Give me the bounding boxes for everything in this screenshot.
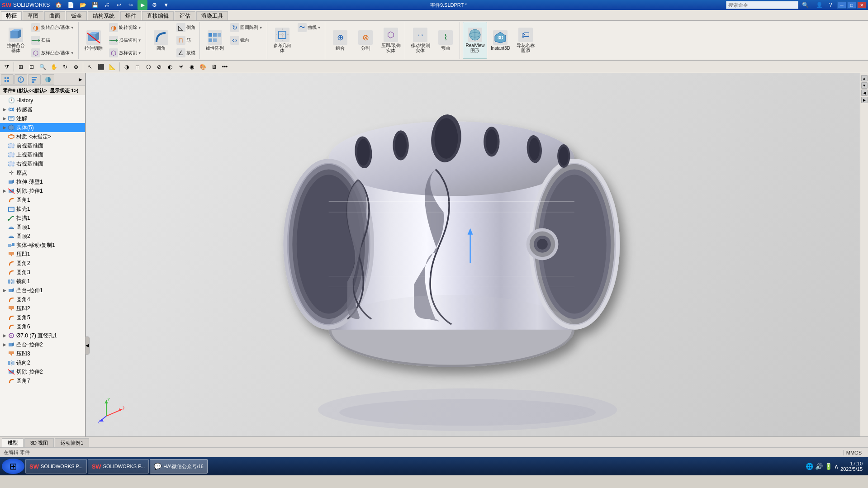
fillet-btn[interactable]: 圆角 xyxy=(149,22,173,59)
sweep1-item[interactable]: 扫描1 xyxy=(0,213,85,223)
ref-geometry-btn[interactable]: 参考几何体 xyxy=(270,22,294,59)
view-orient-btn[interactable]: ⊞ xyxy=(16,62,26,72)
tab-direct-edit[interactable]: 直接编辑 xyxy=(142,11,174,20)
move-copy-btn[interactable]: ↔ 移动/复制实体 xyxy=(408,22,432,59)
right-btn-1[interactable]: ▲ xyxy=(861,75,868,81)
display-manager-tab[interactable] xyxy=(42,74,54,85)
shell1-item[interactable]: 抽壳1 xyxy=(0,204,85,213)
cut-extrude2-item[interactable]: 切除-拉伸2 xyxy=(0,367,85,376)
start-button[interactable]: ⊞ xyxy=(2,459,24,474)
sweep-cut-btn[interactable]: ⟿ 扫描切割 ▼ xyxy=(107,34,144,46)
minimize-btn[interactable]: ─ xyxy=(837,1,846,9)
undo-btn[interactable]: ↩ xyxy=(114,0,124,10)
extrude-cut-btn[interactable]: 拉伸切除 xyxy=(81,22,106,59)
tab-sketch[interactable]: 草图 xyxy=(23,11,43,20)
indent1-item[interactable]: 压凹1 xyxy=(0,250,85,259)
mirror-btn[interactable]: ⇔ 镜向 xyxy=(228,34,265,46)
revolve-boss-btn[interactable]: ◑ 旋转凸台/基体 ▼ xyxy=(29,22,76,33)
taskbar-btn-sw1[interactable]: SW SOLIDWORKS P... xyxy=(25,459,87,474)
search-input[interactable] xyxy=(726,1,798,9)
redo-btn[interactable]: ↪ xyxy=(126,0,136,10)
help-btn[interactable]: ? xyxy=(825,0,835,10)
split-btn[interactable]: ⊗ 分割 xyxy=(353,22,378,59)
right-btn-4[interactable]: ▶ xyxy=(861,97,868,103)
indent-btn[interactable]: ⬡ 压凹/装饰实体 xyxy=(379,22,403,59)
instant3d-btn[interactable]: 3D Instant3D xyxy=(488,22,512,59)
loft-cut-btn[interactable]: ⬡ 放样切割 ▼ xyxy=(107,47,144,59)
settings-btn[interactable]: ⚙ xyxy=(149,0,159,10)
appearance-btn[interactable]: 🎨 xyxy=(198,62,208,72)
tab-surface[interactable]: 曲面 xyxy=(44,11,65,20)
maximize-btn[interactable]: □ xyxy=(847,1,856,9)
search-btn[interactable]: 🔍 xyxy=(800,0,811,10)
view-settings-btn[interactable]: 🖥 xyxy=(209,62,219,72)
new-btn[interactable]: 📄 xyxy=(66,0,76,10)
fillet5-item[interactable]: 圆角5 xyxy=(0,313,85,322)
extrude-thin1-item[interactable]: 拉伸-薄壁1 xyxy=(0,177,85,186)
flex-btn[interactable]: ⌇ 弯曲 xyxy=(433,22,458,59)
measure-btn[interactable]: 📐 xyxy=(107,62,118,72)
select-btn[interactable]: ↖ xyxy=(85,62,95,72)
print-btn[interactable]: 🖨 xyxy=(102,0,112,10)
right-plane-item[interactable]: 右视基准面 xyxy=(0,159,85,168)
loft-boss-btn[interactable]: ⬡ 放样凸台/基体 ▼ xyxy=(29,47,76,59)
display-style2-btn[interactable]: ◻ xyxy=(133,62,142,72)
open-btn[interactable]: 📂 xyxy=(78,0,88,10)
select-filter-btn[interactable]: ⬛ xyxy=(96,62,106,72)
combine-btn[interactable]: ⊕ 组合 xyxy=(328,22,352,59)
chamfer-btn[interactable]: ◺ 倒角 xyxy=(174,22,198,33)
zoom-in-btn[interactable]: ⊕ xyxy=(71,62,81,72)
tray-volume[interactable]: 🔊 xyxy=(815,463,823,470)
rotate-btn[interactable]: ↻ xyxy=(60,62,70,72)
move-copy1-item[interactable]: 实体-移动/复制1 xyxy=(0,241,85,250)
panel-collapse-handle[interactable]: ◀ xyxy=(85,336,90,355)
rib-btn[interactable]: ⊓ 筋 xyxy=(174,34,198,46)
play-btn[interactable]: ▶ xyxy=(138,0,147,10)
solid-bodies-item[interactable]: ▶ 实体(5) xyxy=(0,123,85,132)
dome2-item[interactable]: 圆顶2 xyxy=(0,232,85,241)
model-tab[interactable]: 模型 xyxy=(2,438,24,447)
dome1-item[interactable]: 圆顶1 xyxy=(0,223,85,232)
boss-extrude3-item[interactable]: ▶ 凸台-拉伸2 xyxy=(0,340,85,349)
fillet4-item[interactable]: 圆角4 xyxy=(0,295,85,304)
lights-btn[interactable]: ☀ xyxy=(176,62,186,72)
tab-features[interactable]: 特征 xyxy=(1,11,22,20)
cut-extrude1-item[interactable]: ▶ 切除-拉伸1 xyxy=(0,186,85,195)
filter-btn[interactable]: ⧩ xyxy=(2,62,12,72)
more-btn[interactable]: ••• xyxy=(220,62,230,72)
annotations-item[interactable]: ▶ 注解 xyxy=(0,114,85,123)
tab-evaluate[interactable]: 评估 xyxy=(175,11,195,20)
property-manager-tab[interactable] xyxy=(14,74,27,85)
annotation-btn[interactable]: 🏷 导花名称题添 xyxy=(513,22,538,59)
pan-btn[interactable]: ✋ xyxy=(49,62,59,72)
feature-manager-tab[interactable] xyxy=(1,74,14,85)
material-item[interactable]: 材质 <未指定> xyxy=(0,132,85,141)
fillet1-item[interactable]: 圆角1 xyxy=(0,195,85,204)
part-name-item[interactable]: 零件9 (默认<<默认>_显示状态 1>) xyxy=(0,86,85,95)
realview-btn[interactable]: RealView图形 xyxy=(463,22,487,59)
linear-pattern-btn[interactable]: 线性阵列 xyxy=(203,22,227,59)
sensors-item[interactable]: ▶ 传感器 xyxy=(0,105,85,114)
user-btn[interactable]: 👤 xyxy=(814,0,825,10)
fillet7-item[interactable]: 圆角7 xyxy=(0,376,85,385)
right-btn-2[interactable]: ▼ xyxy=(861,82,868,89)
indent3-item[interactable]: 压凹3 xyxy=(0,349,85,358)
revolve-cut-btn[interactable]: ◑ 旋转切除 ▼ xyxy=(107,22,144,33)
3d-viewport[interactable]: X Y Z xyxy=(86,73,860,436)
save-btn[interactable]: 💾 xyxy=(90,0,100,10)
taskbar-btn-wechat[interactable]: 💬 HA\微信公众号\16 xyxy=(150,459,208,474)
front-plane-item[interactable]: 前视基准面 xyxy=(0,141,85,150)
top-plane-item[interactable]: 上视基准面 xyxy=(0,150,85,159)
tab-sheetmetal[interactable]: 钣金 xyxy=(66,11,87,20)
right-btn-3[interactable]: ◀ xyxy=(861,90,868,96)
3d-views-tab[interactable]: 3D 视图 xyxy=(24,438,54,447)
draft-btn[interactable]: ∠ 拔模 xyxy=(174,47,198,59)
boss-extrude2-item[interactable]: ▶ 凸台-拉伸1 xyxy=(0,286,85,295)
config-manager-tab[interactable] xyxy=(28,74,41,85)
hole1-item[interactable]: ▶ Ø7.0 (7) 直径孔1 xyxy=(0,331,85,340)
extrude-boss-btn[interactable]: 拉伸凸台基体 xyxy=(4,22,28,59)
tray-network[interactable]: 🌐 xyxy=(806,463,813,470)
history-item[interactable]: 🕐 History xyxy=(0,96,85,105)
origin-item[interactable]: ✛ 原点 xyxy=(0,168,85,177)
zoom-select-btn[interactable]: 🔍 xyxy=(38,62,48,72)
